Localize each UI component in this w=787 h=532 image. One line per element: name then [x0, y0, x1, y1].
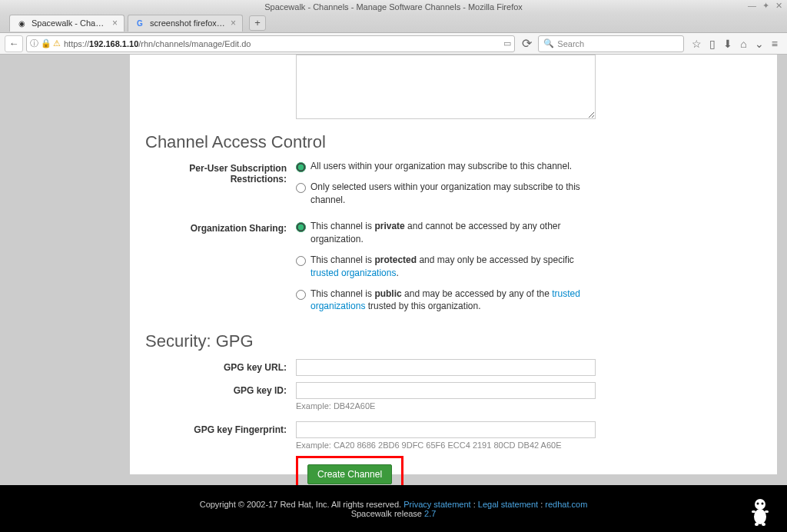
maximize-icon[interactable]: ✦	[762, 1, 769, 11]
url-scheme: https://	[64, 39, 89, 48]
tab-bar: ◉ Spacewalk - Channels - Ma... × G scree…	[0, 13, 787, 33]
radio-selected-users-label: Only selected users within your organiza…	[310, 181, 587, 207]
label-org-sharing: Organization Sharing:	[142, 220, 296, 234]
radio-public-label: This channel is public and may be access…	[310, 288, 587, 314]
warning-icon: ⚠	[53, 38, 61, 48]
svg-rect-6	[755, 523, 759, 526]
lock-icon: 🔒	[41, 38, 51, 48]
footer-line1: Copyright © 2002-17 Red Hat, Inc. All ri…	[200, 500, 588, 509]
input-gpg-url[interactable]	[296, 359, 596, 376]
link-release-version[interactable]: 2.7	[424, 509, 436, 518]
svg-point-0	[755, 499, 765, 510]
link-privacy[interactable]: Privacy statement	[403, 500, 470, 509]
nav-toolbar: ← ⓘ 🔒 ⚠ https://192.168.1.10/rhn/channel…	[0, 33, 787, 55]
input-gpg-fingerprint[interactable]	[296, 421, 596, 438]
favicon-google: G	[134, 18, 145, 28]
spacewalk-mascot-icon	[747, 497, 773, 527]
close-icon[interactable]: ×	[112, 18, 118, 28]
search-bar[interactable]: 🔍 Search	[538, 35, 684, 52]
tab-spacewalk[interactable]: ◉ Spacewalk - Channels - Ma... ×	[9, 15, 125, 32]
viewport: Channel Access Control Per-User Subscrip…	[0, 55, 787, 532]
radio-private-label: This channel is private and cannot be ac…	[310, 220, 587, 246]
svg-point-3	[754, 509, 766, 524]
svg-point-2	[762, 503, 764, 505]
toolbar-icons: ☆ ▯ ⬇ ⌂ ⌄ ≡	[687, 38, 782, 50]
radio-selected-users[interactable]	[296, 183, 306, 193]
footer-line2: Spacewalk release 2.7	[351, 509, 437, 518]
link-redhat[interactable]: redhat.com	[545, 500, 587, 509]
radio-protected-label: This channel is protected and may only b…	[310, 254, 587, 280]
description-textarea[interactable]	[296, 55, 596, 119]
arrow-left-icon: ←	[9, 38, 19, 49]
minimize-icon[interactable]: —	[748, 1, 756, 11]
downloads-icon[interactable]: ⬇	[723, 38, 732, 50]
radio-all-users[interactable]	[296, 162, 306, 172]
tab-google[interactable]: G screenshot firefox linux - G... ×	[128, 15, 243, 32]
menu-icon[interactable]: ≡	[772, 38, 778, 50]
window-titlebar: Spacewalk - Channels - Manage Software C…	[0, 0, 787, 13]
label-gpg-url: GPG key URL:	[142, 359, 296, 373]
favicon-spacewalk: ◉	[16, 18, 27, 28]
hint-gpg-id: Example: DB42A60E	[296, 401, 596, 411]
link-legal[interactable]: Legal statement	[478, 500, 538, 509]
radio-protected[interactable]	[296, 256, 306, 266]
create-channel-button[interactable]: Create Channel	[307, 464, 392, 484]
tab-label: screenshot firefox linux - G...	[150, 18, 226, 28]
label-per-user: Per-User Subscription Restrictions:	[142, 160, 296, 185]
page-footer: Copyright © 2002-17 Red Hat, Inc. All ri…	[0, 485, 787, 532]
back-button[interactable]: ←	[5, 35, 23, 52]
page-content: Channel Access Control Per-User Subscrip…	[130, 55, 777, 474]
home-icon[interactable]: ⌂	[740, 38, 746, 50]
close-icon[interactable]: ×	[231, 18, 236, 28]
pocket-icon[interactable]: ⌄	[755, 38, 764, 50]
tab-label: Spacewalk - Channels - Ma...	[32, 18, 108, 28]
svg-rect-4	[752, 510, 755, 513]
search-placeholder: Search	[557, 39, 584, 48]
info-icon[interactable]: ⓘ	[30, 38, 38, 49]
reload-button[interactable]: ⟳	[518, 35, 535, 52]
svg-rect-5	[765, 510, 769, 513]
reload-icon: ⟳	[522, 36, 532, 51]
url-path: /rhn/channels/manage/Edit.do	[138, 39, 251, 48]
new-tab-button[interactable]: +	[249, 15, 266, 31]
radio-all-users-label: All users within your organization may s…	[310, 160, 572, 173]
search-icon: 🔍	[543, 38, 554, 48]
radio-private[interactable]	[296, 222, 306, 232]
url-host: 192.168.1.10	[89, 39, 138, 48]
label-gpg-fp: GPG key Fingerprint:	[142, 421, 296, 435]
reader-mode-icon[interactable]: ▭	[503, 38, 511, 48]
window-controls: — ✦ ✕	[748, 1, 782, 11]
url-bar[interactable]: ⓘ 🔒 ⚠ https://192.168.1.10/rhn/channels/…	[26, 35, 515, 52]
hint-gpg-fp: Example: CA20 8686 2BD6 9DFC 65F6 ECC4 2…	[296, 441, 596, 450]
window-title: Spacewalk - Channels - Manage Software C…	[264, 2, 523, 12]
bookmark-star-icon[interactable]: ☆	[692, 38, 702, 50]
section-security-gpg: Security: GPG	[145, 331, 765, 351]
label-gpg-id: GPG key ID:	[142, 382, 296, 396]
svg-point-1	[757, 503, 759, 505]
library-icon[interactable]: ▯	[709, 38, 716, 50]
link-trusted-orgs[interactable]: trusted organizations	[310, 268, 396, 278]
section-access-control: Channel Access Control	[145, 132, 765, 152]
svg-rect-7	[762, 523, 765, 526]
input-gpg-id[interactable]	[296, 382, 596, 399]
radio-public[interactable]	[296, 290, 306, 300]
close-window-icon[interactable]: ✕	[775, 1, 782, 11]
